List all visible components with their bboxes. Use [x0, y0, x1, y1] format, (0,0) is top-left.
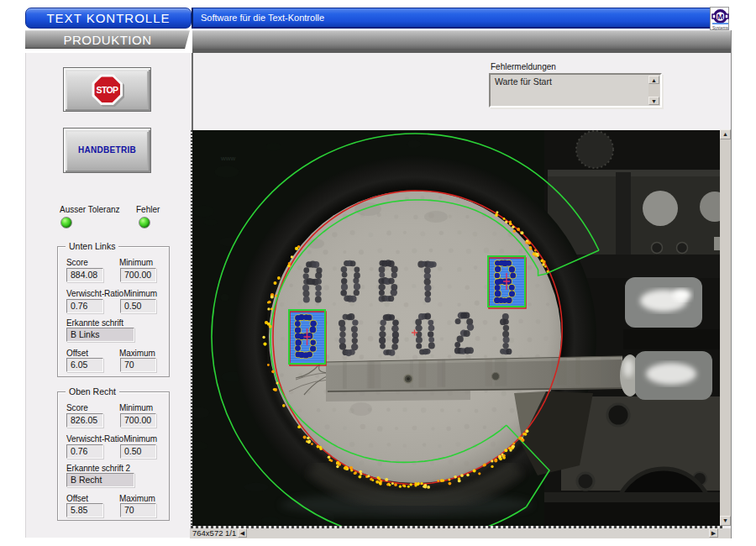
- svg-text:M: M: [717, 12, 724, 21]
- svg-text:www: www: [220, 155, 236, 162]
- svg-text:Systems: Systems: [712, 25, 729, 30]
